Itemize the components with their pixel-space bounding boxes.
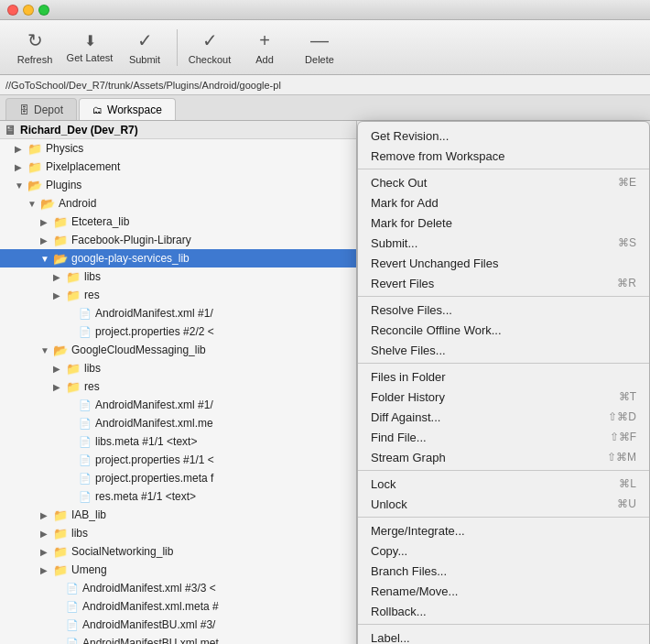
menu-item-label[interactable]: Label...: [358, 628, 649, 644]
label-libs-1: libs: [84, 270, 101, 283]
file-icon-androidmanifest1: 📄: [79, 308, 92, 320]
menu-item-revert-files[interactable]: Revert Files ⌘R: [358, 273, 649, 293]
tree-item-socialnetworking_lib[interactable]: ▶ 📁 SocialNetworking_lib: [0, 542, 356, 561]
tree-item-google-play[interactable]: ▼ 📂 google-play-services_lib: [0, 249, 356, 267]
tree-item-res-meta[interactable]: ▶ 📄 res.meta #1/1 <text>: [0, 487, 356, 506]
tree-item-physics[interactable]: ▶ 📁 Physics: [0, 139, 356, 158]
get-latest-label: Get Latest: [67, 52, 114, 63]
menu-item-rename-move[interactable]: Rename/Move...: [358, 581, 649, 601]
menu-item-merge-integrate[interactable]: Merge/Integrate...: [358, 520, 649, 540]
menu-item-resolve-files[interactable]: Resolve Files...: [358, 300, 649, 320]
menu-item-mark-delete[interactable]: Mark for Delete: [358, 213, 649, 233]
label-android: Android: [59, 197, 96, 210]
tree-item-libs-2[interactable]: ▶ 📁 libs: [0, 359, 356, 377]
tree-item-project-properties1[interactable]: ▶ 📄 project.properties #2/2 <: [0, 322, 356, 341]
menu-label-find-file: Find File...: [371, 431, 427, 444]
menu-item-mark-add[interactable]: Mark for Add: [358, 192, 649, 213]
menu-item-remove-workspace[interactable]: Remove from Workspace: [358, 146, 649, 166]
tabbar: 🗄 Depot 🗂 Workspace: [0, 95, 650, 121]
arrow-pixelplacement: ▶: [15, 162, 24, 172]
tree-item-libs-3[interactable]: ▶ 📁 libs: [0, 524, 356, 542]
tree-item-plugins[interactable]: ▼ 📂 Plugins: [0, 176, 356, 194]
submit-button[interactable]: ✓ Submit: [119, 25, 170, 71]
menu-item-submit[interactable]: Submit... ⌘S: [358, 233, 649, 253]
tree-item-umeng[interactable]: ▶ 📁 Umeng: [0, 561, 356, 579]
tree-item-etcetera_lib[interactable]: ▶ 📁 Etcetera_lib: [0, 213, 356, 231]
label-libs-3: libs: [71, 527, 88, 540]
menu-item-get-revision[interactable]: Get Revision...: [358, 126, 649, 146]
menu-label-files-in-folder: Files in Folder: [371, 370, 446, 384]
separator-6: [358, 624, 649, 625]
submit-icon: ✓: [137, 29, 153, 51]
menu-item-shelve[interactable]: Shelve Files...: [358, 340, 649, 360]
menu-item-unlock[interactable]: Unlock ⌘U: [358, 494, 649, 514]
tree-item-iab_lib[interactable]: ▶ 📁 IAB_lib: [0, 506, 356, 524]
refresh-button[interactable]: ↻ Refresh: [9, 25, 60, 71]
file-icon-androidmanifest3: 📄: [66, 583, 79, 595]
menu-item-branch-files[interactable]: Branch Files...: [358, 561, 649, 581]
menu-item-check-out[interactable]: Check Out ⌘E: [358, 172, 649, 192]
tree-item-androidmanifest-meta2[interactable]: ▶ 📄 AndroidManifest.xml.meta #: [0, 597, 356, 616]
menu-item-copy[interactable]: Copy...: [358, 540, 649, 561]
tree-item-libs-meta[interactable]: ▶ 📄 libs.meta #1/1 <text>: [0, 432, 356, 451]
tab-workspace[interactable]: 🗂 Workspace: [79, 98, 176, 120]
tab-depot[interactable]: 🗄 Depot: [5, 98, 77, 120]
file-tree[interactable]: 🖥 Richard_Dev (Dev_R7) ▶ 📁 Physics ▶ 📁 P…: [0, 121, 357, 644]
delete-button[interactable]: — Delete: [294, 25, 345, 71]
tree-item-libs-1[interactable]: ▶ 📁 libs: [0, 267, 356, 286]
file-icon-project-properties2: 📄: [79, 454, 92, 466]
arrow-plugins: ▼: [15, 180, 24, 191]
add-button[interactable]: + Add: [239, 25, 290, 71]
tree-item-project-properties2[interactable]: ▶ 📄 project.properties #1/1 <: [0, 451, 356, 469]
menu-item-folder-history[interactable]: Folder History ⌘T: [358, 387, 649, 407]
checkout-button[interactable]: ✓ Checkout: [184, 25, 235, 71]
arrow-android: ▼: [27, 199, 37, 209]
get-latest-button[interactable]: ⬇ Get Latest: [64, 25, 115, 71]
folder-icon-umeng: 📁: [53, 563, 68, 577]
tree-item-googlecloud[interactable]: ▼ 📂 GoogleCloudMessaging_lib: [0, 341, 356, 359]
tree-root[interactable]: 🖥 Richard_Dev (Dev_R7): [0, 121, 356, 139]
tree-item-androidmanifest-meta[interactable]: ▶ 📄 AndroidManifest.xml.me: [0, 414, 356, 432]
add-label: Add: [255, 54, 274, 65]
tree-item-res-2[interactable]: ▶ 📁 res: [0, 377, 356, 396]
menu-item-rollback[interactable]: Rollback...: [358, 601, 649, 621]
menu-item-revert-unchanged[interactable]: Revert Unchanged Files: [358, 253, 649, 273]
separator-4: [358, 470, 649, 471]
tree-item-pixelplacement[interactable]: ▶ 📁 Pixelplacement: [0, 158, 356, 176]
separator-3: [358, 363, 649, 364]
tree-item-androidmanifestbu-meta[interactable]: ▶ 📄 AndroidManifestBU.xml.met: [0, 634, 356, 644]
label-plugins: Plugins: [46, 179, 81, 191]
menu-label-revert-files: Revert Files: [371, 277, 434, 290]
submit-label: Submit: [129, 54, 160, 65]
folder-icon-libs-2: 📁: [66, 362, 81, 376]
maximize-button[interactable]: [38, 5, 49, 16]
menu-label-folder-history: Folder History: [371, 390, 445, 404]
minimize-button[interactable]: [23, 5, 34, 16]
label-libs-meta: libs.meta #1/1 <text>: [95, 435, 197, 448]
menu-item-lock[interactable]: Lock ⌘L: [358, 474, 649, 494]
shortcut-find-file: ⇧⌘F: [610, 431, 636, 443]
shortcut-lock: ⌘L: [619, 477, 636, 490]
tree-item-androidmanifest2[interactable]: ▶ 📄 AndroidManifest.xml #1/: [0, 396, 356, 414]
tree-item-androidmanifest3[interactable]: ▶ 📄 AndroidManifest.xml #3/3 <: [0, 579, 356, 597]
tree-item-android[interactable]: ▼ 📂 Android: [0, 194, 356, 213]
file-icon-project-properties-meta: 📄: [79, 473, 92, 485]
label-androidmanifest-meta: AndroidManifest.xml.me: [95, 417, 213, 430]
menu-label-copy: Copy...: [371, 544, 407, 558]
menu-label-reconcile: Reconcile Offline Work...: [371, 323, 502, 337]
menu-item-reconcile[interactable]: Reconcile Offline Work...: [358, 320, 649, 340]
context-menu: Get Revision... Remove from Workspace Ch…: [357, 121, 650, 644]
menu-item-diff-against[interactable]: Diff Against... ⇧⌘D: [358, 407, 649, 427]
tree-item-androidmanifestbu[interactable]: ▶ 📄 AndroidManifestBU.xml #3/: [0, 616, 356, 634]
menu-label-lock: Lock: [371, 477, 395, 491]
tree-item-facebook[interactable]: ▶ 📁 Facebook-Plugin-Library: [0, 231, 356, 249]
label-googlecloud: GoogleCloudMessaging_lib: [71, 344, 206, 356]
tree-item-androidmanifest1[interactable]: ▶ 📄 AndroidManifest.xml #1/: [0, 304, 356, 322]
menu-item-files-in-folder[interactable]: Files in Folder: [358, 366, 649, 387]
tree-item-project-properties-meta[interactable]: ▶ 📄 project.properties.meta f: [0, 469, 356, 487]
tree-item-res-1[interactable]: ▶ 📁 res: [0, 286, 356, 304]
menu-label-get-revision: Get Revision...: [371, 129, 449, 143]
menu-item-find-file[interactable]: Find File... ⇧⌘F: [358, 427, 649, 447]
close-button[interactable]: [7, 5, 18, 16]
menu-item-stream-graph[interactable]: Stream Graph ⇧⌘M: [358, 447, 649, 467]
